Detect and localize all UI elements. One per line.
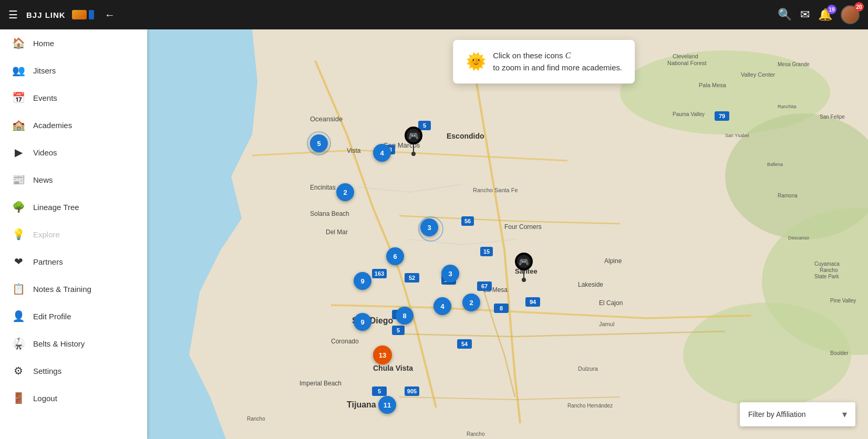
sidebar-icon-jitsers: 👥 (12, 64, 25, 77)
sidebar-label-notes-training: Notes & Training (33, 285, 91, 294)
sidebar-icon-explore: 💡 (12, 228, 25, 241)
sidebar-item-partners[interactable]: ❤ Partners (0, 248, 147, 275)
pin-escondido[interactable]: 🎮 (405, 127, 422, 156)
sidebar-item-settings[interactable]: ⚙ Settings (0, 357, 147, 384)
badge-gold (72, 10, 87, 19)
menu-icon[interactable]: ☰ (8, 8, 18, 21)
sidebar-item-academies[interactable]: 🏫 Academies (0, 111, 147, 139)
map-container[interactable]: Oceanside Vista San Marcos Escondido Enc… (147, 29, 868, 439)
cluster-4-escondido[interactable]: 4 (373, 144, 391, 162)
sidebar-item-news[interactable]: 📰 News (0, 166, 147, 193)
sidebar-item-logout[interactable]: 🚪 Logout (0, 384, 147, 412)
sidebar-icon-home: 🏠 (12, 37, 25, 49)
sidebar-icon-events: 📅 (12, 91, 25, 104)
svg-text:79: 79 (719, 113, 725, 119)
app-logo: BJJ LINK (26, 11, 66, 19)
sidebar-label-explore: Explore (33, 230, 60, 239)
sidebar-item-lineage-tree[interactable]: 🌳 Lineage Tree (0, 193, 147, 221)
map-tooltip: 🌞 Click on these icons C to zoom in and … (453, 40, 635, 83)
svg-text:Del Mar: Del Mar (326, 228, 348, 236)
svg-text:5: 5 (423, 122, 426, 129)
svg-text:Oceanside: Oceanside (310, 115, 343, 123)
sidebar-label-news: News (33, 175, 53, 184)
profile-button[interactable]: 20 (841, 5, 860, 24)
svg-text:Dulzura: Dulzura (578, 365, 598, 372)
notifications-button[interactable]: 🔔 19 (818, 8, 832, 22)
cluster-6-miramesa[interactable]: 6 (386, 247, 404, 265)
sidebar-item-notes-training[interactable]: 📋 Notes & Training (0, 275, 147, 302)
cluster-9-miramar[interactable]: 9 (354, 272, 371, 290)
svg-text:Ranchita: Ranchita (778, 104, 797, 109)
svg-text:Coronado: Coronado (331, 338, 359, 345)
svg-text:52: 52 (409, 275, 415, 281)
sidebar-item-explore: 💡 Explore (0, 221, 147, 248)
svg-text:Cuyamaca: Cuyamaca (814, 261, 840, 267)
sidebar-label-events: Events (33, 93, 57, 102)
back-button[interactable]: ← (105, 9, 115, 21)
svg-text:56: 56 (464, 218, 471, 224)
sidebar-label-edit-profile: Edit Profile (33, 312, 71, 321)
svg-text:Alpine: Alpine (604, 257, 622, 265)
topbar: ☰ BJJ LINK ← 🔍 ✉ 🔔 19 20 (0, 0, 868, 29)
svg-text:Rancho: Rancho (247, 416, 265, 422)
cluster-11-tijuana[interactable]: 11 (378, 396, 396, 414)
svg-text:Tijuana: Tijuana (347, 400, 376, 409)
search-button[interactable]: 🔍 (778, 8, 792, 22)
svg-text:15: 15 (483, 248, 490, 255)
cluster-4-lamesa[interactable]: 4 (433, 297, 451, 315)
svg-text:Pauma Valley: Pauma Valley (673, 111, 705, 117)
svg-text:Escondido: Escondido (447, 132, 484, 140)
svg-text:El Cajon: El Cajon (599, 299, 623, 307)
cluster-2-elcajon[interactable]: 2 (462, 294, 480, 311)
sidebar-label-videos: Videos (33, 148, 57, 157)
svg-text:905: 905 (407, 388, 417, 394)
sidebar-item-home[interactable]: 🏠 Home (0, 29, 147, 57)
sidebar-label-jitsers: Jitsers (33, 66, 56, 75)
chevron-down-icon: ▾ (842, 409, 847, 420)
tooltip-icon: 🌞 (466, 51, 487, 71)
svg-text:Four Corners: Four Corners (504, 223, 542, 231)
filter-dropdown[interactable]: Filter by Affiliation ▾ (740, 402, 855, 426)
sidebar-item-edit-profile[interactable]: 👤 Edit Profile (0, 302, 147, 330)
svg-text:Valley Center: Valley Center (741, 71, 776, 78)
svg-text:National Forest: National Forest (667, 60, 707, 66)
svg-text:Ramona: Ramona (778, 193, 798, 198)
sidebar: 🏠 Home 👥 Jitsers 📅 Events 🏫 Academies ▶ … (0, 29, 147, 439)
sidebar-item-videos[interactable]: ▶ Videos (0, 139, 147, 166)
sidebar-item-events[interactable]: 📅 Events (0, 84, 147, 111)
svg-text:State Park: State Park (814, 274, 840, 279)
cluster-8-mission[interactable]: 8 (396, 307, 414, 325)
cluster-3-santee[interactable]: 3 (441, 265, 459, 283)
notif-badge-red: 20 (854, 2, 864, 12)
tooltip-text: Click on these icons C to zoom in and fi… (493, 49, 622, 74)
sidebar-icon-videos: ▶ (12, 146, 25, 159)
cluster-3-fourcorners[interactable]: 3 (420, 218, 438, 236)
sidebar-icon-notes-training: 📋 (12, 283, 25, 295)
sidebar-label-academies: Academies (33, 121, 72, 130)
filter-label: Filter by Affiliation (748, 410, 805, 419)
mail-button[interactable]: ✉ (800, 8, 810, 22)
svg-text:Solana Beach: Solana Beach (310, 210, 349, 217)
svg-text:Ballena: Ballena (767, 162, 783, 167)
badge-blue (89, 10, 94, 19)
sidebar-label-belts-history: Belts & History (33, 339, 85, 348)
cluster-5[interactable]: 5 (310, 134, 328, 152)
svg-text:Rancho Santa Fe: Rancho Santa Fe (473, 187, 518, 193)
cluster-13-chulavista[interactable]: 13 (373, 346, 392, 364)
sidebar-label-settings: Settings (33, 367, 61, 375)
pin-alpine[interactable]: 🎮 (515, 253, 533, 282)
sidebar-icon-logout: 🚪 (12, 392, 25, 404)
cluster-2-encinitas[interactable]: 2 (336, 183, 354, 201)
sidebar-icon-settings: ⚙ (12, 364, 25, 377)
sidebar-icon-partners: ❤ (12, 255, 25, 268)
svg-text:Boulder: Boulder (830, 350, 849, 356)
sidebar-label-home: Home (33, 39, 54, 48)
sidebar-item-jitsers[interactable]: 👥 Jitsers (0, 57, 147, 84)
svg-text:Descanso: Descanso (788, 235, 809, 241)
sidebar-icon-belts-history: 🥋 (12, 337, 25, 350)
svg-text:Pine Valley: Pine Valley (830, 298, 856, 304)
sidebar-item-belts-history[interactable]: 🥋 Belts & History (0, 330, 147, 357)
cluster-9-ob[interactable]: 9 (354, 313, 371, 331)
svg-point-5 (683, 302, 851, 407)
svg-text:5: 5 (397, 327, 400, 333)
